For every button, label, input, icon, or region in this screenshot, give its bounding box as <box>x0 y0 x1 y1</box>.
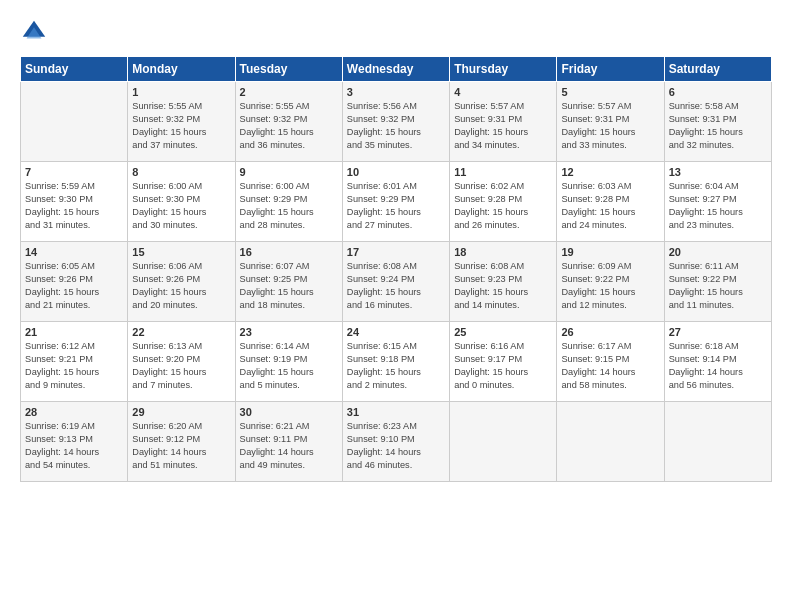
day-number: 23 <box>240 326 338 338</box>
day-number: 17 <box>347 246 445 258</box>
logo <box>20 18 52 46</box>
day-number: 30 <box>240 406 338 418</box>
cell-info: Sunrise: 6:11 AM Sunset: 9:22 PM Dayligh… <box>669 260 767 312</box>
day-number: 7 <box>25 166 123 178</box>
cell-info: Sunrise: 6:05 AM Sunset: 9:26 PM Dayligh… <box>25 260 123 312</box>
cell-4-7: 27Sunrise: 6:18 AM Sunset: 9:14 PM Dayli… <box>664 322 771 402</box>
day-number: 16 <box>240 246 338 258</box>
cell-5-5 <box>450 402 557 482</box>
week-row-3: 14Sunrise: 6:05 AM Sunset: 9:26 PM Dayli… <box>21 242 772 322</box>
col-header-thursday: Thursday <box>450 57 557 82</box>
cell-info: Sunrise: 5:56 AM Sunset: 9:32 PM Dayligh… <box>347 100 445 152</box>
cell-info: Sunrise: 6:01 AM Sunset: 9:29 PM Dayligh… <box>347 180 445 232</box>
cell-4-5: 25Sunrise: 6:16 AM Sunset: 9:17 PM Dayli… <box>450 322 557 402</box>
col-header-friday: Friday <box>557 57 664 82</box>
cell-info: Sunrise: 5:58 AM Sunset: 9:31 PM Dayligh… <box>669 100 767 152</box>
day-number: 11 <box>454 166 552 178</box>
cell-4-4: 24Sunrise: 6:15 AM Sunset: 9:18 PM Dayli… <box>342 322 449 402</box>
cell-4-3: 23Sunrise: 6:14 AM Sunset: 9:19 PM Dayli… <box>235 322 342 402</box>
cell-info: Sunrise: 6:18 AM Sunset: 9:14 PM Dayligh… <box>669 340 767 392</box>
day-number: 29 <box>132 406 230 418</box>
cell-3-7: 20Sunrise: 6:11 AM Sunset: 9:22 PM Dayli… <box>664 242 771 322</box>
day-number: 12 <box>561 166 659 178</box>
day-number: 21 <box>25 326 123 338</box>
col-header-monday: Monday <box>128 57 235 82</box>
cell-5-7 <box>664 402 771 482</box>
header-row: SundayMondayTuesdayWednesdayThursdayFrid… <box>21 57 772 82</box>
day-number: 18 <box>454 246 552 258</box>
week-row-5: 28Sunrise: 6:19 AM Sunset: 9:13 PM Dayli… <box>21 402 772 482</box>
cell-2-6: 12Sunrise: 6:03 AM Sunset: 9:28 PM Dayli… <box>557 162 664 242</box>
cell-info: Sunrise: 6:04 AM Sunset: 9:27 PM Dayligh… <box>669 180 767 232</box>
cell-2-5: 11Sunrise: 6:02 AM Sunset: 9:28 PM Dayli… <box>450 162 557 242</box>
cell-info: Sunrise: 5:57 AM Sunset: 9:31 PM Dayligh… <box>561 100 659 152</box>
cell-info: Sunrise: 6:03 AM Sunset: 9:28 PM Dayligh… <box>561 180 659 232</box>
cell-info: Sunrise: 6:17 AM Sunset: 9:15 PM Dayligh… <box>561 340 659 392</box>
cell-1-4: 3Sunrise: 5:56 AM Sunset: 9:32 PM Daylig… <box>342 82 449 162</box>
cell-1-1 <box>21 82 128 162</box>
col-header-wednesday: Wednesday <box>342 57 449 82</box>
day-number: 28 <box>25 406 123 418</box>
cell-4-2: 22Sunrise: 6:13 AM Sunset: 9:20 PM Dayli… <box>128 322 235 402</box>
week-row-1: 1Sunrise: 5:55 AM Sunset: 9:32 PM Daylig… <box>21 82 772 162</box>
cell-1-7: 6Sunrise: 5:58 AM Sunset: 9:31 PM Daylig… <box>664 82 771 162</box>
calendar-table: SundayMondayTuesdayWednesdayThursdayFrid… <box>20 56 772 482</box>
cell-4-6: 26Sunrise: 6:17 AM Sunset: 9:15 PM Dayli… <box>557 322 664 402</box>
logo-icon <box>20 18 48 46</box>
day-number: 1 <box>132 86 230 98</box>
cell-info: Sunrise: 6:00 AM Sunset: 9:30 PM Dayligh… <box>132 180 230 232</box>
day-number: 20 <box>669 246 767 258</box>
cell-2-1: 7Sunrise: 5:59 AM Sunset: 9:30 PM Daylig… <box>21 162 128 242</box>
cell-info: Sunrise: 5:55 AM Sunset: 9:32 PM Dayligh… <box>132 100 230 152</box>
cell-info: Sunrise: 6:12 AM Sunset: 9:21 PM Dayligh… <box>25 340 123 392</box>
col-header-sunday: Sunday <box>21 57 128 82</box>
week-row-2: 7Sunrise: 5:59 AM Sunset: 9:30 PM Daylig… <box>21 162 772 242</box>
day-number: 31 <box>347 406 445 418</box>
cell-info: Sunrise: 5:57 AM Sunset: 9:31 PM Dayligh… <box>454 100 552 152</box>
cell-3-5: 18Sunrise: 6:08 AM Sunset: 9:23 PM Dayli… <box>450 242 557 322</box>
cell-1-5: 4Sunrise: 5:57 AM Sunset: 9:31 PM Daylig… <box>450 82 557 162</box>
day-number: 26 <box>561 326 659 338</box>
cell-info: Sunrise: 6:16 AM Sunset: 9:17 PM Dayligh… <box>454 340 552 392</box>
cell-3-3: 16Sunrise: 6:07 AM Sunset: 9:25 PM Dayli… <box>235 242 342 322</box>
day-number: 5 <box>561 86 659 98</box>
col-header-tuesday: Tuesday <box>235 57 342 82</box>
cell-info: Sunrise: 6:08 AM Sunset: 9:24 PM Dayligh… <box>347 260 445 312</box>
cell-info: Sunrise: 6:21 AM Sunset: 9:11 PM Dayligh… <box>240 420 338 472</box>
cell-info: Sunrise: 6:13 AM Sunset: 9:20 PM Dayligh… <box>132 340 230 392</box>
cell-info: Sunrise: 6:07 AM Sunset: 9:25 PM Dayligh… <box>240 260 338 312</box>
day-number: 9 <box>240 166 338 178</box>
day-number: 13 <box>669 166 767 178</box>
cell-1-3: 2Sunrise: 5:55 AM Sunset: 9:32 PM Daylig… <box>235 82 342 162</box>
day-number: 25 <box>454 326 552 338</box>
cell-info: Sunrise: 6:20 AM Sunset: 9:12 PM Dayligh… <box>132 420 230 472</box>
day-number: 6 <box>669 86 767 98</box>
cell-1-2: 1Sunrise: 5:55 AM Sunset: 9:32 PM Daylig… <box>128 82 235 162</box>
cell-info: Sunrise: 6:06 AM Sunset: 9:26 PM Dayligh… <box>132 260 230 312</box>
cell-5-4: 31Sunrise: 6:23 AM Sunset: 9:10 PM Dayli… <box>342 402 449 482</box>
cell-info: Sunrise: 6:09 AM Sunset: 9:22 PM Dayligh… <box>561 260 659 312</box>
cell-2-2: 8Sunrise: 6:00 AM Sunset: 9:30 PM Daylig… <box>128 162 235 242</box>
cell-info: Sunrise: 6:15 AM Sunset: 9:18 PM Dayligh… <box>347 340 445 392</box>
day-number: 15 <box>132 246 230 258</box>
day-number: 24 <box>347 326 445 338</box>
day-number: 4 <box>454 86 552 98</box>
cell-info: Sunrise: 6:19 AM Sunset: 9:13 PM Dayligh… <box>25 420 123 472</box>
day-number: 8 <box>132 166 230 178</box>
cell-info: Sunrise: 6:14 AM Sunset: 9:19 PM Dayligh… <box>240 340 338 392</box>
cell-info: Sunrise: 6:23 AM Sunset: 9:10 PM Dayligh… <box>347 420 445 472</box>
cell-2-3: 9Sunrise: 6:00 AM Sunset: 9:29 PM Daylig… <box>235 162 342 242</box>
cell-2-7: 13Sunrise: 6:04 AM Sunset: 9:27 PM Dayli… <box>664 162 771 242</box>
cell-info: Sunrise: 6:00 AM Sunset: 9:29 PM Dayligh… <box>240 180 338 232</box>
calendar-page: SundayMondayTuesdayWednesdayThursdayFrid… <box>0 0 792 612</box>
cell-3-4: 17Sunrise: 6:08 AM Sunset: 9:24 PM Dayli… <box>342 242 449 322</box>
day-number: 3 <box>347 86 445 98</box>
cell-4-1: 21Sunrise: 6:12 AM Sunset: 9:21 PM Dayli… <box>21 322 128 402</box>
day-number: 2 <box>240 86 338 98</box>
cell-3-6: 19Sunrise: 6:09 AM Sunset: 9:22 PM Dayli… <box>557 242 664 322</box>
cell-2-4: 10Sunrise: 6:01 AM Sunset: 9:29 PM Dayli… <box>342 162 449 242</box>
day-number: 14 <box>25 246 123 258</box>
cell-info: Sunrise: 6:02 AM Sunset: 9:28 PM Dayligh… <box>454 180 552 232</box>
cell-3-1: 14Sunrise: 6:05 AM Sunset: 9:26 PM Dayli… <box>21 242 128 322</box>
cell-info: Sunrise: 5:55 AM Sunset: 9:32 PM Dayligh… <box>240 100 338 152</box>
